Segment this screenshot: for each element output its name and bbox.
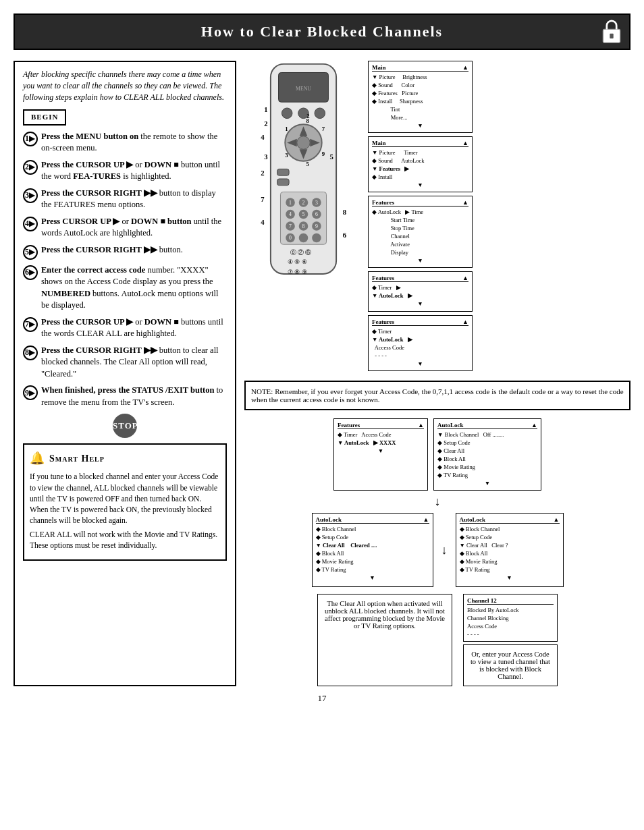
smart-help-box: 🔔 Smart Help If you tune to a blocked ch… xyxy=(23,443,227,561)
page-title-bar: How to Clear Blocked Channels xyxy=(14,13,630,50)
step-6: 6▶ Enter the correct access code number.… xyxy=(23,265,227,312)
page-title: How to Clear Blocked Channels xyxy=(201,23,443,40)
svg-text:⓪ ② ⑥: ⓪ ② ⑥ xyxy=(290,249,311,256)
step-text-6: Enter the correct access code number. "X… xyxy=(41,265,227,312)
svg-point-45 xyxy=(312,233,321,243)
panel-access-code: Features ▲ ◆ Timer ▼ AutoLock ▶ Access C… xyxy=(368,315,473,371)
begin-box: BEGIN xyxy=(23,109,66,125)
paoff-header: AutoLock ▲ xyxy=(437,422,537,429)
step-text-3: Press the CURSOR RIGHT ▶▶ button to disp… xyxy=(41,188,227,211)
spacer: Channel 12 Blocked By AutoLock Channel B… xyxy=(463,594,558,686)
note-text: NOTE: Remember, if you ever forget your … xyxy=(251,387,624,404)
svg-text:MENU: MENU xyxy=(296,86,311,92)
step-text-9: When finished, press the STATUS /EXIT bu… xyxy=(41,385,227,408)
arrow-right-bottom: ↓ xyxy=(441,513,448,587)
svg-text:1: 1 xyxy=(289,200,292,206)
svg-text:⑦ ⑧ ⑨: ⑦ ⑧ ⑨ xyxy=(288,269,306,275)
svg-text:5: 5 xyxy=(329,153,333,161)
svg-text:0: 0 xyxy=(289,235,292,241)
step-num-9: 9▶ xyxy=(23,385,38,400)
svg-text:7: 7 xyxy=(261,195,265,203)
panel-features-highlighted: Main ▲ ▼ Picture Timer ◆ Sound AutoLock … xyxy=(368,136,473,192)
svg-point-7 xyxy=(315,108,325,119)
svg-point-13 xyxy=(297,136,310,149)
step-4: 4▶ Press CURSOR UP ▶ or DOWN ■ button un… xyxy=(23,216,227,240)
step-num-1: 1▶ xyxy=(23,132,38,146)
step-num-3: 3▶ xyxy=(23,188,38,203)
step-9: 9▶ When finished, press the STATUS /EXIT… xyxy=(23,385,227,408)
panel-cleared: AutoLock ▲ ◆ Block Channel ◆ Setup Code … xyxy=(312,513,433,587)
svg-text:4: 4 xyxy=(261,218,265,226)
stop-label: STOP xyxy=(113,414,137,438)
svg-text:8: 8 xyxy=(302,223,305,229)
step-8: 8▶ Press the CURSOR RIGHT ▶▶ button to c… xyxy=(23,345,227,381)
svg-text:7: 7 xyxy=(322,126,325,132)
svg-text:7: 7 xyxy=(289,223,292,229)
svg-text:6: 6 xyxy=(315,211,318,217)
svg-point-44 xyxy=(299,233,308,243)
bottom-diagrams: Features ▲ ◆ Timer Access Code ▼ AutoLoc… xyxy=(244,418,630,686)
step-text-8: Press the CURSOR RIGHT ▶▶ button to clea… xyxy=(41,345,227,381)
panel-channel-blocked: Channel 12 Blocked By AutoLock Channel B… xyxy=(463,594,558,642)
panel-features-submenu: Features ▲ ◆ AutoLock ▶ Time Start Time … xyxy=(368,196,473,268)
svg-text:4: 4 xyxy=(289,211,292,217)
smart-help-label: Smart Help xyxy=(49,452,105,466)
bottom-screens-row-1: Features ▲ ◆ Timer Access Code ▼ AutoLoc… xyxy=(244,418,630,491)
panel-autolock-options: Features ▲ ◆ Timer Access Code ▼ AutoLoc… xyxy=(333,418,428,491)
right-column: MENU 1 2 7 9 3 xyxy=(244,61,630,686)
svg-text:2: 2 xyxy=(264,119,267,128)
step-num-5: 5▶ xyxy=(23,245,38,260)
step-text-4: Press CURSOR UP ▶ or DOWN ■ button until… xyxy=(41,216,227,240)
captions-row: The Clear All option when activated will… xyxy=(244,594,630,686)
step-text-5: Press the CURSOR RIGHT ▶▶ button. xyxy=(41,244,227,256)
svg-text:8: 8 xyxy=(306,117,309,124)
panel-fs-header: Features ▲ xyxy=(372,199,468,206)
svg-text:5: 5 xyxy=(306,161,309,167)
panel-fh-header: Main ▲ xyxy=(372,140,468,147)
smart-help-text1: If you tune to a blocked channel and ent… xyxy=(30,471,220,525)
svg-text:3: 3 xyxy=(315,200,318,206)
note-box: NOTE: Remember, if you ever forget your … xyxy=(244,381,630,410)
panel-ah-header: Features ▲ xyxy=(372,275,468,282)
svg-text:8: 8 xyxy=(343,208,346,216)
diagram-top: MENU 1 2 7 9 3 xyxy=(244,61,630,371)
svg-rect-22 xyxy=(277,179,289,186)
svg-text:1: 1 xyxy=(264,105,267,113)
remote-diagram: MENU 1 2 7 9 3 xyxy=(244,61,363,371)
svg-text:2: 2 xyxy=(302,200,305,206)
step-text-7: Press the CURSOR UP ▶ or DOWN ■ buttons … xyxy=(41,316,227,340)
panel-autolock-off: AutoLock ▲ ▼ Block Channel Off ........ … xyxy=(433,418,541,491)
step-text-1: Press the MENU button on the remote to s… xyxy=(41,131,227,155)
step-num-2: 2▶ xyxy=(23,160,38,175)
panel-clear-confirmed: AutoLock ▲ ◆ Block Channel ◆ Setup Code … xyxy=(456,513,564,587)
main-content: After blocking specific channels there m… xyxy=(14,61,630,686)
step-3: 3▶ Press the CURSOR RIGHT ▶▶ button to d… xyxy=(23,188,227,211)
smart-help-icon: 🔔 xyxy=(30,450,45,467)
arrow-down-1: ↓ xyxy=(435,495,441,509)
left-column: After blocking specific channels there m… xyxy=(14,61,236,686)
panel-main-header: Main ▲ xyxy=(372,64,468,72)
step-num-6: 6▶ xyxy=(23,265,38,280)
step-7: 7▶ Press the CURSOR UP ▶ or DOWN ■ butto… xyxy=(23,316,227,340)
pcc-header: AutoLock ▲ xyxy=(460,516,560,524)
step-text-2: Press the CURSOR UP ▶ or DOWN ■ button u… xyxy=(41,159,227,183)
svg-text:9: 9 xyxy=(315,223,318,229)
panels-column: Main ▲ ▼ Picture Brightness ◆ Sound Colo… xyxy=(368,61,473,371)
svg-rect-1 xyxy=(610,34,613,38)
panel-autolock-highlighted: Features ▲ ◆ Timer ▶ ▼ AutoLock ▶ ▼ xyxy=(368,271,473,312)
smart-help-text2: CLEAR ALL will not work with the Movie a… xyxy=(30,529,220,551)
svg-text:1: 1 xyxy=(285,126,288,132)
bottom-section: Features ▲ ◆ Timer Access Code ▼ AutoLoc… xyxy=(244,418,630,686)
caption-2: Or, enter your Access Code to view a tun… xyxy=(463,644,558,686)
smart-help-title: 🔔 Smart Help xyxy=(30,450,220,467)
stop-box: STOP xyxy=(23,414,227,438)
step-2: 2▶ Press the CURSOR UP ▶ or DOWN ■ butto… xyxy=(23,159,227,183)
svg-text:9: 9 xyxy=(322,150,325,157)
step-num-7: 7▶ xyxy=(23,317,38,332)
step-1: 1▶ Press the MENU button on the remote t… xyxy=(23,131,227,155)
caption-1: The Clear All option when activated will… xyxy=(317,594,452,686)
intro-text: After blocking specific channels there m… xyxy=(23,69,227,103)
svg-rect-21 xyxy=(277,169,289,175)
step-5: 5▶ Press the CURSOR RIGHT ▶▶ button. xyxy=(23,244,227,260)
svg-text:2: 2 xyxy=(261,169,264,177)
